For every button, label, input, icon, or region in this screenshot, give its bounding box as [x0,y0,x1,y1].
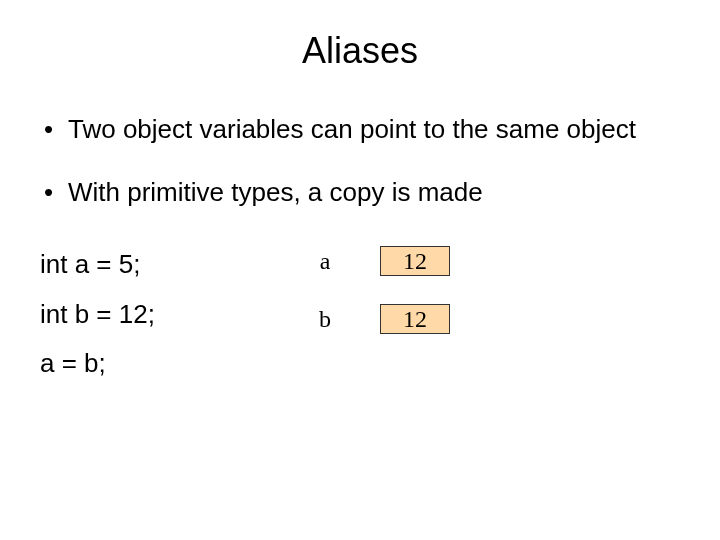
variable-row: b 12 [300,304,450,334]
variable-value-box: 12 [380,304,450,334]
code-line: int b = 12; [40,290,300,339]
code-line: int a = 5; [40,240,300,289]
bullet-item: Two object variables can point to the sa… [40,112,690,147]
variable-boxes: a 12 b 12 [300,240,450,388]
variable-row: a 12 [300,246,450,276]
bullet-list: Two object variables can point to the sa… [40,112,690,210]
diagram-area: int a = 5; int b = 12; a = b; a 12 b 12 [40,240,690,388]
variable-label: b [300,306,350,333]
variable-label: a [300,248,350,275]
code-block: int a = 5; int b = 12; a = b; [40,240,300,388]
slide-title: Aliases [30,30,690,72]
bullet-item: With primitive types, a copy is made [40,175,690,210]
variable-value-box: 12 [380,246,450,276]
code-line: a = b; [40,339,300,388]
